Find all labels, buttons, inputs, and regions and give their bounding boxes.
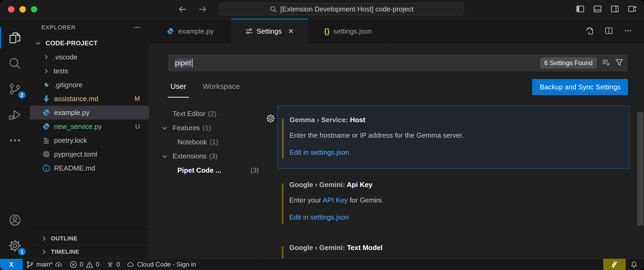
split-editor-button[interactable] <box>605 26 613 36</box>
remote-icon <box>7 260 15 268</box>
cloud-icon <box>127 261 134 268</box>
backup-sync-settings-button[interactable]: Backup and Sync Settings <box>532 79 628 95</box>
tab-label: example.py <box>178 27 214 35</box>
edit-in-settings-json-link[interactable]: Edit in settings.json <box>290 148 621 157</box>
publish-changes-icon <box>55 261 63 268</box>
editor-actions <box>585 19 644 44</box>
timeline-section-header[interactable]: TIMELINE <box>30 245 149 259</box>
tree-item-example-py[interactable]: example.py <box>30 106 149 120</box>
git-status-badge: M <box>134 95 140 102</box>
clear-search-results-button[interactable] <box>602 58 610 68</box>
toc-extensions[interactable]: Extensions (3) <box>149 149 264 163</box>
activity-accounts-button[interactable] <box>0 207 30 233</box>
setting-title: Google › Gemini: Text Model <box>289 243 622 252</box>
traffic-lights <box>8 6 37 13</box>
error-icon <box>70 261 77 268</box>
activity-more-button[interactable] <box>0 128 30 153</box>
explorer-more-actions-button[interactable] <box>133 23 141 31</box>
info-file-icon <box>42 164 51 173</box>
window-title: [Extension Development Host] code-projec… <box>280 5 413 13</box>
ports-item[interactable]: 0 <box>103 259 123 270</box>
tree-item-tests[interactable]: tests <box>30 64 149 78</box>
api-key-link[interactable]: API Key <box>323 196 348 204</box>
close-tab-button[interactable]: ✕ <box>288 27 294 35</box>
tab-label: Settings <box>257 27 282 35</box>
title-bar: [Extension Development Host] code-projec… <box>0 0 644 19</box>
zoom-window-button[interactable] <box>31 6 37 13</box>
setting-actions-gear-button[interactable] <box>266 113 276 124</box>
file-label: pyproject.toml <box>54 150 97 158</box>
toc-count: (3) <box>209 152 218 160</box>
git-branch-icon <box>26 261 34 268</box>
tree-item-readme-md[interactable]: README.md <box>30 161 149 175</box>
tree-item-poetry-lock[interactable]: poetry.lock <box>30 133 149 147</box>
filter-settings-button[interactable] <box>615 58 623 68</box>
chevron-down-icon <box>34 39 42 47</box>
scope-tab-user[interactable]: User <box>168 79 188 94</box>
root-label: CODE-PROJECT <box>46 39 98 47</box>
file-label: assistance.md <box>54 95 98 103</box>
settings-list: Gemma › Service: Host Enter the hostname… <box>278 106 630 259</box>
setting-description: Enter the hostname or IP address for the… <box>290 131 621 140</box>
activity-bar-spacer <box>0 153 30 207</box>
minimize-window-button[interactable] <box>19 6 26 13</box>
more-actions-button[interactable] <box>624 26 632 36</box>
outline-section-header[interactable]: OUTLINE <box>30 232 149 245</box>
problems-item[interactable]: 0 0 <box>66 259 103 270</box>
activity-settings-button[interactable]: 1 <box>0 233 30 259</box>
toggle-secondary-sidebar-button[interactable] <box>610 5 619 14</box>
navigate-back-button[interactable] <box>178 0 188 19</box>
toggle-panel-button[interactable] <box>593 5 602 14</box>
setting-row-gemma-service-host[interactable]: Gemma › Service: Host Enter the hostname… <box>278 106 630 169</box>
scope-tab-workspace[interactable]: Workspace <box>201 79 242 94</box>
toggle-primary-sidebar-button[interactable] <box>576 5 585 14</box>
customize-layout-button[interactable] <box>628 5 637 14</box>
screencast-off-button[interactable] <box>603 259 626 270</box>
setting-row-google-gemini-text-model[interactable]: Google › Gemini: Text Model <box>278 234 630 259</box>
setting-row-google-gemini-api-key[interactable]: Google › Gemini: Api Key Enter your API … <box>278 171 630 234</box>
cloud-code-label: Cloud Code - Sign in <box>137 261 196 268</box>
tree-item-vscode[interactable]: .vscode <box>30 50 149 64</box>
setting-title: Google › Gemini: Api Key <box>289 180 622 189</box>
activity-run-debug-button[interactable] <box>0 102 30 128</box>
open-settings-json-button[interactable] <box>585 26 594 36</box>
close-window-button[interactable] <box>8 6 14 13</box>
settings-toc: Text Editor (2) Features (1) Notebook (1… <box>149 107 264 177</box>
toc-label: Extensions <box>173 152 206 160</box>
activity-search-button[interactable] <box>0 51 30 76</box>
setting-title: Gemma › Service: Host <box>290 116 621 124</box>
settings-search-input[interactable]: pipet 6 Settings Found <box>168 55 627 71</box>
command-center[interactable]: [Extension Development Host] code-projec… <box>219 3 464 15</box>
tab-settings-json[interactable]: {} settings.json <box>308 19 388 44</box>
scrollbar-thumb[interactable] <box>637 112 643 225</box>
chevron-right-icon <box>42 53 50 61</box>
edit-in-settings-json-link[interactable]: Edit in settings.json <box>289 213 622 221</box>
toc-text-editor[interactable]: Text Editor (2) <box>149 107 264 121</box>
setting-name: Host <box>350 116 365 124</box>
toc-notebook[interactable]: Notebook (1) <box>149 135 264 149</box>
settings-scope-tabs: User Workspace <box>168 79 254 96</box>
tree-item-assistance-md[interactable]: assistance.md M <box>30 92 149 106</box>
tree-item-new-service-py[interactable]: new_service.py U <box>30 120 149 133</box>
tree-item-pyproject-toml[interactable]: pyproject.toml <box>30 147 149 161</box>
remote-indicator-button[interactable] <box>0 259 23 270</box>
tab-example-py[interactable]: example.py <box>149 19 231 44</box>
toc-label: Text Editor <box>173 110 205 118</box>
ellipsis-icon <box>8 133 22 147</box>
tab-settings[interactable]: Settings ✕ <box>231 19 308 44</box>
toc-pipet-code[interactable]: Pipet Code ... (3) <box>149 163 264 177</box>
setting-description: Enter your API Key for Gemini. <box>289 196 622 204</box>
activity-source-control-button[interactable]: 2 <box>0 76 30 102</box>
branch-label: main* <box>36 261 52 268</box>
cloud-code-item[interactable]: Cloud Code - Sign in <box>123 259 199 270</box>
status-bar: main* 0 0 0 Cloud Code - Sign in <box>0 259 644 270</box>
source-control-badge: 2 <box>17 90 27 100</box>
setting-prefix: Google › Gemini: <box>289 244 347 252</box>
toc-features[interactable]: Features (1) <box>149 121 264 135</box>
notifications-button[interactable] <box>626 259 644 270</box>
tree-item-gitignore[interactable]: .gitignore <box>30 78 149 92</box>
tree-root-code-project[interactable]: CODE-PROJECT <box>30 36 149 50</box>
navigate-forward-button[interactable] <box>198 0 207 19</box>
git-branch-item[interactable]: main* <box>23 259 66 270</box>
activity-explorer-button[interactable] <box>0 25 30 51</box>
